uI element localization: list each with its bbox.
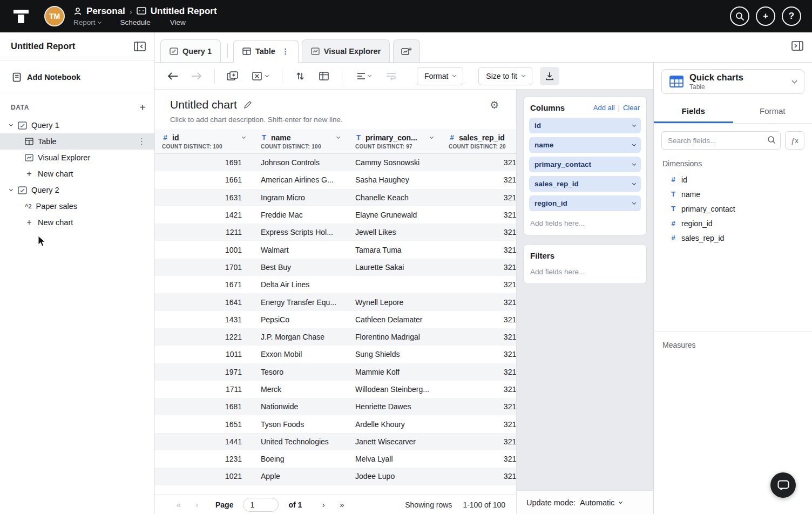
table-row[interactable]: 1681 Nationwide Henriette Dawes 3215 — [155, 398, 516, 415]
size-to-fit-button[interactable]: Size to fit — [478, 67, 532, 85]
tab-format[interactable]: Format — [733, 99, 812, 123]
field-pill[interactable]: name — [529, 137, 641, 153]
collapse-sidebar-button[interactable] — [134, 42, 146, 51]
column-header-sales-rep-id[interactable]: # sales_rep_id COUNT DISTINCT: 20 — [442, 129, 516, 153]
add-filters-placeholder[interactable]: Add fields here... — [529, 263, 641, 278]
chevron-down-icon[interactable] — [632, 200, 636, 204]
sidebar-item-visual-explorer[interactable]: Visual Explorer — [0, 150, 154, 166]
collapse-right-panel-button[interactable] — [791, 41, 803, 53]
chart-title[interactable]: Untitled chart — [170, 98, 237, 111]
app-logo[interactable] — [12, 7, 30, 25]
table-row[interactable]: 1421 Freddie Mac Elayne Grunewald 3215 — [155, 206, 516, 224]
help-chat-button[interactable] — [770, 472, 796, 498]
field-pill[interactable]: region_id — [529, 195, 641, 211]
table-row[interactable]: 1661 American Airlines G... Sasha Haughe… — [155, 171, 516, 188]
dimension-field[interactable]: # id — [654, 172, 812, 187]
table-row[interactable]: 1711 Merck Willodean Steinberg... 3215 — [155, 381, 516, 398]
add-notebook-button[interactable]: Add Notebook — [0, 60, 154, 92]
sidebar-item-query2[interactable]: Query 2 — [0, 182, 154, 198]
duplicate-chart-button[interactable] — [225, 68, 241, 84]
table-row[interactable]: 1001 Walmart Tamara Tuma 3215 — [155, 241, 516, 258]
delete-chart-button[interactable] — [248, 68, 272, 84]
search-button[interactable] — [730, 6, 749, 26]
table-row[interactable]: 1211 Express Scripts Hol... Jewell Likes… — [155, 224, 516, 241]
table-row[interactable]: 1701 Best Buy Laurette Sakai 3215 — [155, 259, 516, 276]
avatar[interactable]: TM — [44, 6, 65, 26]
workspace-name[interactable]: Personal — [86, 6, 125, 17]
table-row[interactable]: 1641 Energy Transfer Equ... Wynell Lepor… — [155, 293, 516, 310]
table-row[interactable]: 1021 Apple Jodee Lupo 3215 — [155, 468, 516, 485]
tab-visual-explorer[interactable]: Visual Explorer — [302, 39, 390, 62]
add-formula-button[interactable]: ƒx — [785, 131, 804, 150]
text-wrap-button[interactable] — [383, 68, 400, 84]
new-chart-tab-button[interactable] — [393, 39, 420, 62]
undo-button[interactable] — [165, 68, 181, 84]
last-page-button[interactable]: » — [337, 500, 346, 509]
field-pill[interactable]: sales_rep_id — [529, 176, 641, 192]
tab-fields[interactable]: Fields — [654, 99, 733, 123]
chart-description-placeholder[interactable]: Click to add chart description. Shift-en… — [170, 116, 501, 124]
table-row[interactable]: 1671 Delta Air Lines 3215 — [155, 276, 516, 293]
chevron-down-icon[interactable] — [242, 134, 246, 138]
format-button[interactable]: Format — [417, 67, 463, 85]
sidebar-item-new-chart-2[interactable]: + New chart — [0, 214, 154, 231]
previous-page-button[interactable]: ‹ — [193, 500, 201, 509]
cell-sales-rep-id: 3215 — [442, 402, 516, 411]
tab-table[interactable]: Table ⋮ — [233, 40, 299, 63]
page-number-input[interactable] — [243, 498, 279, 512]
table-row[interactable]: 1631 Ingram Micro Chanelle Keach 3215 — [155, 189, 516, 206]
add-fields-placeholder[interactable]: Add fields here... — [529, 215, 641, 229]
menu-schedule[interactable]: Schedule — [120, 18, 151, 26]
chevron-down-icon[interactable] — [430, 134, 434, 138]
sidebar-item-query1[interactable]: Query 1 — [0, 117, 154, 133]
chevron-down-icon[interactable] — [632, 142, 636, 146]
table-row[interactable]: 1651 Tyson Foods Ardelle Khoury 3215 — [155, 415, 516, 432]
dimension-field[interactable]: T name — [654, 187, 812, 201]
table-row[interactable]: 1691 Johnson Controls Cammy Sosnowski 32… — [155, 154, 516, 171]
download-button[interactable] — [540, 67, 559, 85]
sort-button[interactable] — [292, 68, 308, 84]
chevron-down-icon[interactable] — [632, 181, 636, 185]
field-pill[interactable]: id — [529, 118, 641, 133]
sidebar-item-new-chart-1[interactable]: + New chart — [0, 166, 154, 182]
add-data-button[interactable]: + — [139, 102, 146, 113]
table-row[interactable]: 1221 J.P. Morgan Chase Florentino Madrig… — [155, 328, 516, 346]
tab-menu-icon[interactable]: ⋮ — [282, 47, 289, 56]
chart-settings-button[interactable]: ⚙ — [490, 99, 499, 111]
pivot-table-button[interactable] — [316, 68, 332, 84]
add-all-link[interactable]: Add all — [593, 104, 615, 112]
first-page-button[interactable]: « — [174, 500, 183, 509]
table-row[interactable]: 1971 Tesoro Mammie Koff 3215 — [155, 363, 516, 381]
table-row[interactable]: 1431 PepsiCo Cathleen Delamater 3215 — [155, 311, 516, 328]
clear-link[interactable]: Clear — [623, 104, 640, 112]
sidebar-item-paper-sales[interactable]: ^2 Paper sales — [0, 198, 154, 214]
item-menu-icon[interactable]: ⋮ — [138, 137, 146, 146]
table-row[interactable]: 1011 Exxon Mobil Sung Shields 3215 — [155, 346, 516, 363]
edit-pencil-icon[interactable] — [243, 100, 252, 109]
column-header-id[interactable]: # id COUNT DISTINCT: 100 — [155, 129, 254, 153]
search-fields-input[interactable] — [661, 131, 781, 150]
add-button[interactable]: + — [756, 6, 775, 26]
chevron-down-icon[interactable] — [336, 134, 340, 138]
tab-query1[interactable]: Query 1 — [160, 39, 221, 62]
column-header-name[interactable]: T name COUNT DISTINCT: 100 — [254, 129, 348, 153]
update-mode-select[interactable]: Automatic — [580, 498, 621, 507]
dimension-field[interactable]: # sales_rep_id — [654, 231, 812, 245]
sidebar-item-table[interactable]: Table ⋮ — [0, 133, 154, 150]
redo-button[interactable] — [188, 68, 205, 84]
table-row[interactable]: 1231 Boeing Melva Lyall 3215 — [155, 450, 516, 468]
dimension-field[interactable]: T primary_contact — [654, 201, 812, 216]
menu-view[interactable]: View — [170, 18, 186, 26]
field-pill[interactable]: primary_contact — [529, 157, 641, 172]
menu-report[interactable]: Report — [73, 18, 101, 26]
next-page-button[interactable]: › — [319, 500, 328, 509]
chevron-down-icon[interactable] — [632, 161, 636, 165]
help-button[interactable]: ? — [782, 6, 801, 26]
forward-arrow-icon — [191, 72, 202, 80]
quick-charts-selector[interactable]: Quick charts Table — [661, 69, 804, 94]
alignment-button[interactable] — [352, 68, 376, 84]
table-row[interactable]: 1441 United Technologies Janett Wisecarv… — [155, 433, 516, 450]
chevron-down-icon[interactable] — [632, 123, 636, 126]
dimension-field[interactable]: # region_id — [654, 216, 812, 231]
column-header-primary-contact[interactable]: T primary_con... COUNT DISTINCT: 97 — [348, 129, 442, 153]
